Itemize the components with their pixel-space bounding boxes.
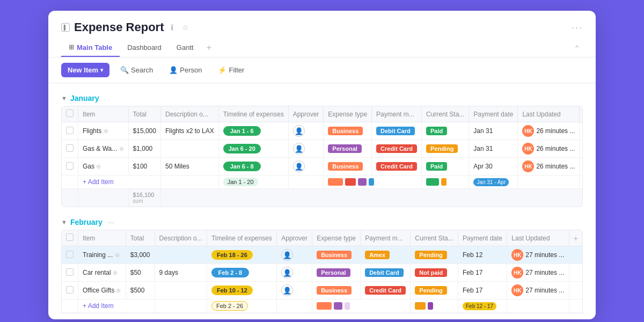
filter-button[interactable]: ⚡ Filter <box>213 63 250 77</box>
approver-avatar: 👤 <box>281 267 293 279</box>
new-item-button[interactable]: New Item ▾ <box>61 63 109 77</box>
collapse-button[interactable]: ^ <box>571 40 583 56</box>
col-approver: Approver <box>288 106 324 122</box>
col-last-updated: Last Updated <box>518 106 580 122</box>
star-icon[interactable]: ☆ <box>180 22 191 33</box>
col-expense-type: Expense type <box>312 230 361 246</box>
avatar: HK <box>522 143 534 155</box>
group-february: ▼ February ··· Item Total Description o.… <box>61 216 583 314</box>
approver-avatar: 👤 <box>281 284 293 296</box>
add-item-label[interactable]: + Add Item <box>78 175 161 189</box>
cell-total: $15,000 <box>128 122 160 140</box>
sidebar-toggle[interactable]: ▌ <box>61 23 70 32</box>
avatar: HK <box>511 284 523 296</box>
cell-status: Not paid <box>411 264 458 282</box>
cell-item[interactable]: Gas ⊕ <box>78 158 129 175</box>
cell-timeline: Feb 10 - 12 <box>207 282 276 299</box>
cell-approver: 👤 <box>288 140 324 158</box>
cell-description: Flights x2 to LAX <box>160 122 218 140</box>
cell-sum-total: $16,100sum <box>128 189 160 207</box>
select-all-checkbox[interactable] <box>66 233 74 241</box>
row-checkbox[interactable] <box>66 268 74 276</box>
cell-timeline: Jan 1 - 6 <box>218 122 288 140</box>
cell-last-updated: HK 26 minutes ... <box>518 140 580 158</box>
add-row-icon[interactable]: ⊕ <box>96 163 101 170</box>
add-item-row[interactable]: + Add Item Jan 1 - 20 <box>62 175 583 189</box>
cell-timeline: Jan 6 - 20 <box>218 140 288 158</box>
page-title: Expense Report <box>74 20 164 34</box>
tab-main-table[interactable]: ⊞ Main Table <box>61 39 120 57</box>
select-all-checkbox[interactable] <box>66 109 74 117</box>
cell-payment-method: Credit Card <box>372 158 422 175</box>
search-button[interactable]: 🔍 Search <box>115 63 158 77</box>
cell-expense-type: Business <box>312 282 361 299</box>
table-row: Car rental ⊕ $50 9 days Feb 2 - 8 👤 Pers… <box>62 264 582 282</box>
cell-expense-type: Personal <box>324 140 372 158</box>
cell-item[interactable]: Training ... ⊕ <box>78 246 126 264</box>
add-column-button[interactable]: + <box>574 234 578 243</box>
row-checkbox[interactable] <box>66 162 74 170</box>
col-timeline: Timeline of expenses <box>218 106 288 122</box>
add-row-icon[interactable]: ⊕ <box>115 252 120 258</box>
add-item-row[interactable]: + Add Item Feb 2 - 26 <box>62 299 582 313</box>
tab-gantt[interactable]: Gantt <box>169 39 201 57</box>
add-tab-button[interactable]: + <box>201 39 217 57</box>
add-row-icon[interactable]: ⊕ <box>116 287 121 294</box>
row-checkbox[interactable] <box>66 251 74 258</box>
table-row: Training ... ⊕ $3,000 Feb 18 - 26 👤 Busi… <box>62 246 582 264</box>
cell-description <box>155 282 207 299</box>
cell-payment-method: Debit Card <box>372 122 422 140</box>
approver-avatar: 👤 <box>293 125 305 137</box>
cell-description: 9 days <box>155 264 207 282</box>
add-row-icon[interactable]: ⊕ <box>119 145 124 152</box>
add-row-icon[interactable]: ⊕ <box>113 269 118 276</box>
cell-payment-method: Credit Card <box>372 140 422 158</box>
cell-total: $1,000 <box>128 140 160 158</box>
cell-sum-total: $3,550sum <box>126 313 155 314</box>
filter-icon: ⚡ <box>218 66 226 74</box>
add-row-icon[interactable]: ⊕ <box>104 128 108 134</box>
col-description: Description o... <box>155 230 207 246</box>
add-item-label[interactable]: + Add Item <box>78 299 155 313</box>
table-row: Office Gifts ⊕ $500 Feb 10 - 12 👤 Busine… <box>62 282 582 299</box>
cell-item[interactable]: Gas & Wa... ⊕ <box>78 140 129 158</box>
group-january: ▼ January Item Total Description o... Ti… <box>61 92 583 207</box>
cell-item[interactable]: Flights ⊕ <box>78 122 129 140</box>
cell-timeline: Feb 2 - 8 <box>207 264 276 282</box>
content-area: ▼ January Item Total Description o... Ti… <box>48 83 596 314</box>
col-status: Current Sta... <box>411 230 458 246</box>
group-january-header[interactable]: ▼ January <box>61 92 583 106</box>
cell-status: Pending <box>411 246 458 264</box>
chevron-down-icon: ▼ <box>61 95 67 101</box>
cell-approver: 👤 <box>288 158 324 175</box>
cell-status: Paid <box>421 158 469 175</box>
person-button[interactable]: 👤 Person <box>164 63 207 77</box>
more-options-button[interactable]: ··· <box>572 22 583 33</box>
approver-avatar: 👤 <box>293 143 305 155</box>
avatar: HK <box>522 160 534 172</box>
cell-expense-type: Business <box>312 246 361 264</box>
cell-total: $100 <box>128 158 160 175</box>
row-checkbox[interactable] <box>66 127 74 134</box>
cell-payment-method: Credit Card <box>361 282 411 299</box>
group-february-title: February <box>70 218 103 226</box>
cell-payment-date: Apr 30 <box>469 158 518 175</box>
cell-item[interactable]: Office Gifts ⊕ <box>78 282 126 299</box>
row-checkbox[interactable] <box>66 286 74 294</box>
cell-approver: 👤 <box>288 122 324 140</box>
group-more-button[interactable]: ··· <box>106 218 116 226</box>
cell-last-updated: HK 27 minutes ... <box>507 246 569 264</box>
col-description: Description o... <box>160 106 218 122</box>
tab-dashboard[interactable]: Dashboard <box>120 39 169 57</box>
cell-expense-type: Business <box>324 158 372 175</box>
col-item: Item <box>78 230 126 246</box>
cell-approver: 👤 <box>277 282 312 299</box>
group-february-header[interactable]: ▼ February ··· <box>61 216 583 230</box>
row-checkbox[interactable] <box>66 144 74 152</box>
cell-item[interactable]: Car rental ⊕ <box>78 264 126 282</box>
info-icon[interactable]: ℹ <box>169 22 175 33</box>
january-table: Item Total Description o... Timeline of … <box>61 106 583 207</box>
cell-approver: 👤 <box>277 264 312 282</box>
cell-status: Paid <box>421 122 469 140</box>
cell-timeline: Jan 6 - 8 <box>218 158 288 175</box>
